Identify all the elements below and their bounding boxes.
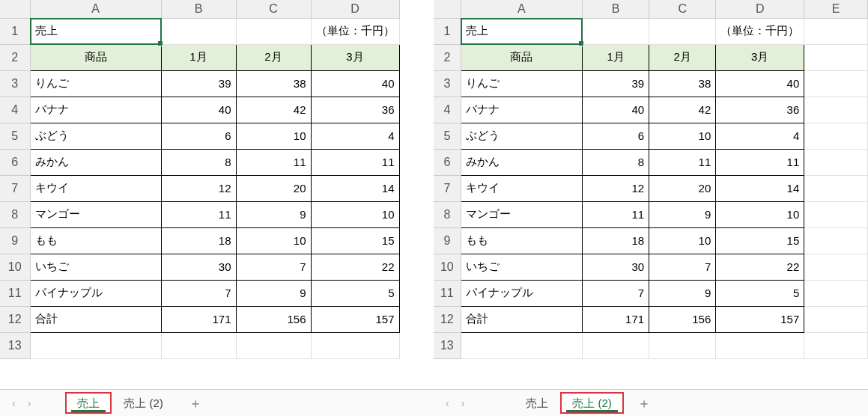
row-header[interactable]: 6 <box>0 149 30 175</box>
header-month3[interactable]: 3月 <box>716 44 804 70</box>
cell-E1[interactable] <box>804 18 868 44</box>
row-header[interactable]: 2 <box>434 44 461 70</box>
cell-empty[interactable] <box>804 201 868 227</box>
row-header[interactable]: 13 <box>434 332 461 358</box>
table-cell[interactable]: 8 <box>583 149 649 175</box>
cell-empty[interactable] <box>461 332 582 358</box>
table-cell[interactable]: ぶどう <box>30 123 161 149</box>
cell-empty[interactable] <box>804 44 868 70</box>
table-cell[interactable]: 14 <box>311 175 399 201</box>
cell-empty[interactable] <box>161 332 236 358</box>
cell-A1[interactable]: 売上 <box>461 18 582 44</box>
table-cell[interactable]: パイナップル <box>461 280 582 306</box>
cell-B1[interactable] <box>583 18 649 44</box>
tab-next-icon[interactable]: › <box>461 397 465 409</box>
cell-empty[interactable] <box>804 306 868 332</box>
table-cell[interactable]: パイナップル <box>30 280 161 306</box>
row-header[interactable]: 9 <box>0 227 30 254</box>
col-header-C[interactable]: C <box>649 0 716 18</box>
table-cell[interactable]: バナナ <box>461 97 582 123</box>
cell-empty[interactable] <box>804 123 868 149</box>
cell-B1[interactable] <box>161 18 236 44</box>
table-cell[interactable]: 8 <box>161 149 236 175</box>
header-month2[interactable]: 2月 <box>236 44 311 70</box>
table-cell[interactable]: キウイ <box>461 175 582 201</box>
cell-empty[interactable] <box>804 70 868 97</box>
row-header[interactable]: 3 <box>434 70 461 97</box>
table-cell[interactable]: 30 <box>161 254 236 280</box>
cell-empty[interactable] <box>804 149 868 175</box>
cell-empty[interactable] <box>804 254 868 280</box>
col-header-A[interactable]: A <box>30 0 161 18</box>
table-cell[interactable]: 10 <box>236 123 311 149</box>
cell-C1[interactable] <box>649 18 716 44</box>
table-cell[interactable]: 157 <box>311 306 399 332</box>
table-cell[interactable]: 40 <box>161 97 236 123</box>
table-cell[interactable]: 22 <box>716 254 804 280</box>
table-cell[interactable]: 9 <box>649 280 716 306</box>
cell-empty[interactable] <box>804 97 868 123</box>
row-header[interactable]: 8 <box>434 201 461 227</box>
cell-D1[interactable]: （単位：千円） <box>716 18 804 44</box>
table-cell[interactable]: みかん <box>30 149 161 175</box>
table-cell[interactable]: 12 <box>583 175 649 201</box>
header-product[interactable]: 商品 <box>461 44 582 70</box>
select-all-corner[interactable] <box>434 0 461 18</box>
table-cell[interactable]: みかん <box>461 149 582 175</box>
table-cell[interactable]: 15 <box>311 227 399 254</box>
table-cell[interactable]: 11 <box>649 149 716 175</box>
row-header[interactable]: 4 <box>0 97 30 123</box>
table-cell[interactable]: 20 <box>236 175 311 201</box>
cell-D1[interactable]: （単位：千円） <box>311 18 399 44</box>
cell-empty[interactable] <box>311 332 399 358</box>
table-cell[interactable]: 42 <box>649 97 716 123</box>
cell-empty[interactable] <box>804 280 868 306</box>
table-cell[interactable]: 11 <box>311 149 399 175</box>
table-cell[interactable]: 7 <box>161 280 236 306</box>
table-cell[interactable]: マンゴー <box>30 201 161 227</box>
table-cell[interactable]: 156 <box>649 306 716 332</box>
table-cell[interactable]: 15 <box>716 227 804 254</box>
table-cell[interactable]: 9 <box>236 201 311 227</box>
table-cell[interactable]: 10 <box>236 227 311 254</box>
col-header-B[interactable]: B <box>583 0 649 18</box>
table-cell[interactable]: 10 <box>716 201 804 227</box>
row-header[interactable]: 7 <box>0 175 30 201</box>
table-cell[interactable]: 38 <box>236 70 311 97</box>
row-header[interactable]: 12 <box>0 306 30 332</box>
row-header[interactable]: 13 <box>0 332 30 358</box>
table-cell[interactable]: 18 <box>161 227 236 254</box>
header-month3[interactable]: 3月 <box>311 44 399 70</box>
table-cell[interactable]: 20 <box>649 175 716 201</box>
sheet-tab-sales-2[interactable]: 売上 (2) <box>560 392 624 414</box>
new-sheet-button[interactable]: ＋ <box>624 390 664 417</box>
row-header[interactable]: 11 <box>0 280 30 306</box>
select-all-corner[interactable] <box>0 0 30 18</box>
row-header[interactable]: 10 <box>434 254 461 280</box>
table-cell[interactable]: 22 <box>311 254 399 280</box>
table-cell[interactable]: 40 <box>583 97 649 123</box>
table-cell[interactable]: 156 <box>236 306 311 332</box>
row-header[interactable]: 5 <box>0 123 30 149</box>
tab-prev-icon[interactable]: ‹ <box>12 397 16 409</box>
table-cell[interactable]: マンゴー <box>461 201 582 227</box>
col-header-E[interactable]: E <box>804 0 868 18</box>
row-header[interactable]: 7 <box>434 175 461 201</box>
table-cell[interactable]: 6 <box>161 123 236 149</box>
cell-empty[interactable] <box>649 332 716 358</box>
tab-next-icon[interactable]: › <box>28 397 31 409</box>
col-header-D[interactable]: D <box>716 0 804 18</box>
table-cell[interactable]: 10 <box>649 227 716 254</box>
tab-prev-icon[interactable]: ‹ <box>446 397 449 409</box>
row-header[interactable]: 9 <box>434 227 461 254</box>
sheet-tab-sales[interactable]: 売上 <box>65 392 112 414</box>
table-cell[interactable]: 30 <box>583 254 649 280</box>
row-header[interactable]: 12 <box>434 306 461 332</box>
header-product[interactable]: 商品 <box>30 44 161 70</box>
table-cell[interactable]: 5 <box>716 280 804 306</box>
row-header[interactable]: 10 <box>0 254 30 280</box>
table-cell[interactable]: 11 <box>161 201 236 227</box>
cell-empty[interactable] <box>804 227 868 254</box>
col-header-D[interactable]: D <box>311 0 399 18</box>
row-header[interactable]: 3 <box>0 70 30 97</box>
